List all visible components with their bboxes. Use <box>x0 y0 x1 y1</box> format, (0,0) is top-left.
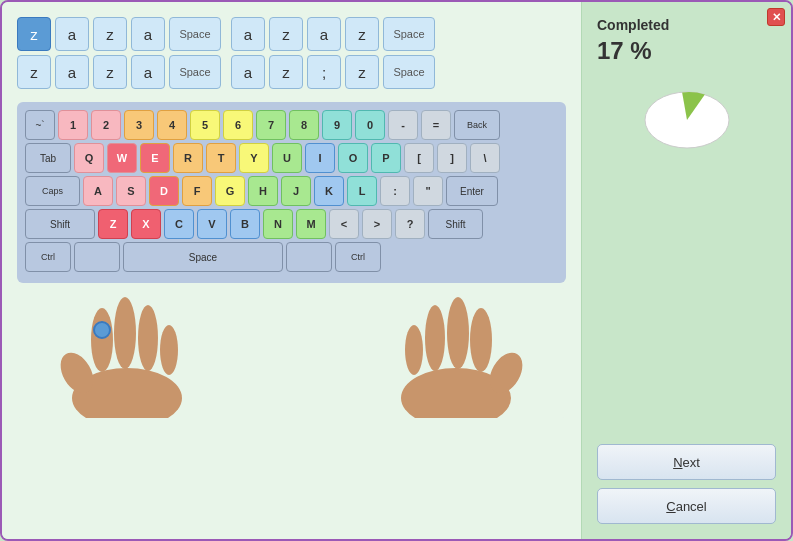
kb-t[interactable]: T <box>206 143 236 173</box>
key-row-1: z a z a Space <box>17 17 221 51</box>
kb-8[interactable]: 8 <box>289 110 319 140</box>
kb-q[interactable]: Q <box>74 143 104 173</box>
kb-2[interactable]: 2 <box>91 110 121 140</box>
kb-4[interactable]: 4 <box>157 110 187 140</box>
key-space-3: Space <box>383 17 435 51</box>
kb-0[interactable]: 0 <box>355 110 385 140</box>
kb-p[interactable]: P <box>371 143 401 173</box>
kb-x[interactable]: X <box>131 209 161 239</box>
kb-6[interactable]: 6 <box>223 110 253 140</box>
right-key-group: a z a z Space a z ; z Space <box>231 17 435 89</box>
key-z2: z <box>93 17 127 51</box>
kb-ralt[interactable] <box>286 242 332 272</box>
close-button[interactable]: ✕ <box>767 8 785 26</box>
kb-g[interactable]: G <box>215 176 245 206</box>
kb-quote[interactable]: " <box>413 176 443 206</box>
key-z4: z <box>93 55 127 89</box>
kb-rshift[interactable]: Shift <box>428 209 483 239</box>
kb-b[interactable]: B <box>230 209 260 239</box>
key-z5: z <box>269 17 303 51</box>
typing-exercise: z a z a Space z a z a Space a z <box>17 17 566 89</box>
kb-3[interactable]: 3 <box>124 110 154 140</box>
kb-backspace[interactable]: Back <box>454 110 500 140</box>
kb-5[interactable]: 5 <box>190 110 220 140</box>
kb-v[interactable]: V <box>197 209 227 239</box>
right-hand <box>376 288 536 418</box>
kb-7[interactable]: 7 <box>256 110 286 140</box>
kb-lwin[interactable] <box>74 242 120 272</box>
key-a5: a <box>231 17 265 51</box>
kb-colon[interactable]: : <box>380 176 410 206</box>
key-z1: z <box>17 17 51 51</box>
kb-h[interactable]: H <box>248 176 278 206</box>
svg-point-6 <box>94 322 110 338</box>
kb-row-zxcv: Shift Z X C V B N M < > ? Shift <box>25 209 558 239</box>
key-z8: z <box>345 55 379 89</box>
kb-comma[interactable]: < <box>329 209 359 239</box>
kb-l[interactable]: L <box>347 176 377 206</box>
kb-equals[interactable]: = <box>421 110 451 140</box>
kb-backslash[interactable]: \ <box>470 143 500 173</box>
kb-d[interactable]: D <box>149 176 179 206</box>
svg-point-9 <box>470 308 492 372</box>
kb-minus[interactable]: - <box>388 110 418 140</box>
pie-chart <box>637 75 737 155</box>
key-space-1: Space <box>169 17 221 51</box>
svg-point-4 <box>138 305 158 371</box>
kb-o[interactable]: O <box>338 143 368 173</box>
next-button[interactable]: Next <box>597 444 776 480</box>
kb-row-asdf: Caps A S D F G H J K L : " Enter <box>25 176 558 206</box>
key-space-2: Space <box>169 55 221 89</box>
kb-r[interactable]: R <box>173 143 203 173</box>
key-row-3: a z a z Space <box>231 17 435 51</box>
key-a7: a <box>231 55 265 89</box>
cancel-button[interactable]: Cancel <box>597 488 776 524</box>
key-z7: z <box>269 55 303 89</box>
svg-point-2 <box>91 308 113 372</box>
kb-y[interactable]: Y <box>239 143 269 173</box>
kb-tab[interactable]: Tab <box>25 143 71 173</box>
left-hand <box>47 288 207 418</box>
kb-j[interactable]: J <box>281 176 311 206</box>
kb-c[interactable]: C <box>164 209 194 239</box>
key-a6: a <box>307 17 341 51</box>
right-panel: Completed 17 % Next Cancel <box>581 2 791 539</box>
key-semi: ; <box>307 55 341 89</box>
key-row-2: z a z a Space <box>17 55 221 89</box>
kb-k[interactable]: K <box>314 176 344 206</box>
kb-slash[interactable]: ? <box>395 209 425 239</box>
kb-lctrl[interactable]: Ctrl <box>25 242 71 272</box>
kb-period[interactable]: > <box>362 209 392 239</box>
key-a1: a <box>55 17 89 51</box>
kb-rctrl[interactable]: Ctrl <box>335 242 381 272</box>
kb-m[interactable]: M <box>296 209 326 239</box>
key-a4: a <box>131 55 165 89</box>
completed-label: Completed <box>597 17 669 33</box>
percent-display: 17 % <box>597 37 652 65</box>
kb-rbracket[interactable]: ] <box>437 143 467 173</box>
kb-9[interactable]: 9 <box>322 110 352 140</box>
kb-z[interactable]: Z <box>98 209 128 239</box>
key-z6: z <box>345 17 379 51</box>
kb-n[interactable]: N <box>263 209 293 239</box>
kb-f[interactable]: F <box>182 176 212 206</box>
svg-point-12 <box>405 325 423 375</box>
kb-lbracket[interactable]: [ <box>404 143 434 173</box>
kb-lshift[interactable]: Shift <box>25 209 95 239</box>
kb-s[interactable]: S <box>116 176 146 206</box>
keyboard: ~` 1 2 3 4 5 6 7 8 9 0 - = Back Tab Q W … <box>17 102 566 283</box>
kb-w[interactable]: W <box>107 143 137 173</box>
kb-e[interactable]: E <box>140 143 170 173</box>
left-key-group: z a z a Space z a z a Space <box>17 17 221 89</box>
kb-u[interactable]: U <box>272 143 302 173</box>
kb-a[interactable]: A <box>83 176 113 206</box>
kb-space[interactable]: Space <box>123 242 283 272</box>
hands-area <box>17 288 566 418</box>
kb-1[interactable]: 1 <box>58 110 88 140</box>
kb-row-numbers: ~` 1 2 3 4 5 6 7 8 9 0 - = Back <box>25 110 558 140</box>
kb-i[interactable]: I <box>305 143 335 173</box>
svg-point-3 <box>114 297 136 369</box>
kb-backtick[interactable]: ~` <box>25 110 55 140</box>
kb-enter[interactable]: Enter <box>446 176 498 206</box>
kb-caps[interactable]: Caps <box>25 176 80 206</box>
